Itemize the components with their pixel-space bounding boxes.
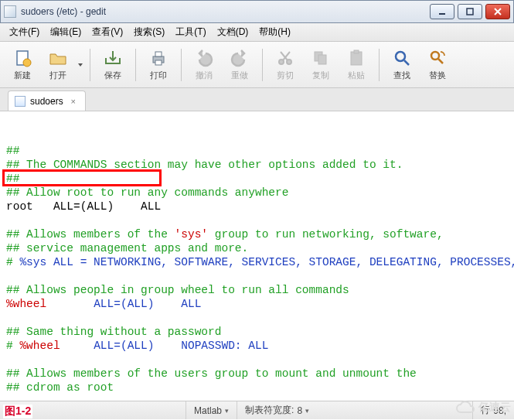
- syntax-label: Matlab: [194, 405, 222, 416]
- text-editor[interactable]: ## ## The COMMANDS section may have othe…: [0, 111, 514, 401]
- search-icon: [393, 49, 411, 67]
- open-dropdown[interactable]: [76, 62, 85, 68]
- new-label: 新建: [14, 70, 31, 81]
- paste-icon: [347, 49, 366, 67]
- new-file-icon: [13, 49, 32, 67]
- menu-view[interactable]: 查看(V): [87, 24, 128, 40]
- tab-close-button[interactable]: ×: [68, 96, 79, 107]
- cut-label: 剪切: [277, 70, 294, 81]
- menu-edit[interactable]: 编辑(E): [46, 24, 86, 40]
- svg-point-5: [23, 59, 31, 67]
- close-button[interactable]: [485, 4, 510, 19]
- red-highlight-box: [2, 169, 162, 186]
- replace-button[interactable]: 替换: [420, 45, 455, 85]
- document-icon: [15, 96, 26, 107]
- open-label: 打开: [49, 70, 66, 81]
- svg-rect-1: [467, 9, 473, 15]
- app-icon: [4, 5, 16, 18]
- tabwidth-selector[interactable]: 制表符宽度: 8 ▾: [237, 401, 317, 419]
- minimize-button[interactable]: [430, 4, 454, 19]
- statusbar: Matlab ▾ 制表符宽度: 8 ▾ 行 98,: [0, 401, 514, 419]
- open-button[interactable]: 打开: [40, 45, 76, 85]
- svg-rect-8: [155, 60, 162, 65]
- figure-label: 图1-2: [3, 405, 32, 418]
- new-button[interactable]: 新建: [5, 45, 40, 85]
- cut-button: 剪切: [267, 45, 303, 85]
- maximize-button[interactable]: [458, 4, 482, 19]
- separator: [379, 49, 380, 81]
- redo-label: 重做: [231, 70, 248, 81]
- svg-rect-15: [351, 52, 362, 65]
- separator: [90, 49, 90, 81]
- replace-icon: [428, 49, 447, 67]
- undo-icon: [195, 49, 213, 67]
- separator: [262, 49, 263, 81]
- menu-help[interactable]: 帮助(H): [254, 24, 295, 40]
- window-controls: [430, 4, 510, 19]
- cursor-position: 行 98,: [472, 401, 514, 419]
- paste-label: 粘贴: [348, 70, 365, 81]
- document-tab-sudoers[interactable]: sudoers ×: [8, 90, 86, 111]
- print-button[interactable]: 打印: [141, 45, 176, 85]
- document-tabbar: sudoers ×: [0, 88, 514, 111]
- menubar: 文件(F) 编辑(E) 查看(V) 搜索(S) 工具(T) 文档(D) 帮助(H…: [0, 23, 514, 42]
- menu-tools[interactable]: 工具(T): [171, 24, 210, 40]
- save-label: 保存: [104, 70, 121, 81]
- chevron-down-icon: ▾: [225, 407, 229, 415]
- find-label: 查找: [393, 70, 410, 81]
- open-folder-icon: [49, 49, 67, 67]
- redo-icon: [230, 49, 249, 67]
- save-button[interactable]: 保存: [95, 45, 131, 85]
- undo-button: 撤消: [186, 45, 222, 85]
- undo-label: 撤消: [196, 70, 213, 81]
- copy-label: 复制: [312, 70, 329, 81]
- find-button[interactable]: 查找: [384, 45, 420, 85]
- svg-point-17: [396, 52, 405, 61]
- save-icon: [104, 49, 122, 67]
- tabwidth-label: 制表符宽度:: [245, 404, 294, 417]
- window-title: sudoers (/etc) - gedit: [21, 6, 106, 17]
- svg-rect-7: [155, 52, 162, 56]
- redo-button: 重做: [222, 45, 257, 85]
- chevron-down-icon: ▾: [305, 407, 309, 415]
- paste-button: 粘贴: [339, 45, 374, 85]
- tabwidth-value: 8: [297, 405, 302, 416]
- separator: [181, 49, 182, 81]
- line-label: 行: [481, 404, 490, 417]
- replace-label: 替换: [429, 70, 446, 81]
- svg-rect-16: [354, 50, 359, 53]
- copy-button: 复制: [303, 45, 339, 85]
- syntax-selector[interactable]: Matlab ▾: [186, 401, 237, 419]
- svg-rect-14: [318, 55, 326, 64]
- print-label: 打印: [150, 70, 167, 81]
- printer-icon: [149, 49, 168, 67]
- menu-file[interactable]: 文件(F): [5, 24, 44, 40]
- scissors-icon: [276, 49, 294, 67]
- copy-icon: [311, 49, 330, 67]
- line-value: 98,: [493, 405, 506, 416]
- toolbar: 新建 打开 保存 打印 撤消 重做 剪切 复制 粘贴 查找 替换: [0, 42, 514, 88]
- separator: [135, 49, 136, 81]
- svg-line-20: [438, 59, 443, 63]
- menu-search[interactable]: 搜索(S): [129, 24, 169, 40]
- tab-label: sudoers: [30, 96, 63, 107]
- menu-documents[interactable]: 文档(D): [213, 24, 254, 40]
- window-titlebar: sudoers (/etc) - gedit: [0, 0, 514, 23]
- svg-point-19: [431, 52, 439, 60]
- svg-line-18: [404, 60, 409, 65]
